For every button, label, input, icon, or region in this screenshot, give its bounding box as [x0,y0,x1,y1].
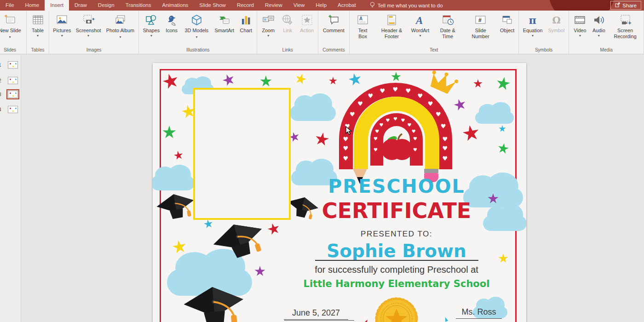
svg-text:A: A [415,15,423,26]
action-icon [300,13,314,27]
certificate-subtitle[interactable]: for successfully completing Preschool at [240,264,526,275]
video-button[interactable]: Video▾ [570,12,589,38]
wordart-button[interactable]: AWordArt▾ [408,12,431,38]
chevron-down-icon: ▾ [579,34,581,38]
new-slide-icon [3,13,17,27]
tab-acrobat[interactable]: Acrobat [332,0,362,11]
ribbon-group-illustrations: Shapes▾Icons3D Models ▾SmartArtChartIllu… [139,11,257,54]
smartart-button[interactable]: SmartArt [212,12,236,34]
ribbon-button-label: Video [574,28,586,34]
slide-number-label: 3 [0,92,3,97]
tab-slide-show[interactable]: Slide Show [194,0,231,11]
ribbon-button-label: Icons [166,28,178,34]
share-button[interactable]: Share [610,1,641,10]
ribbon-group-links: Zoom▾LinkActionLinks [257,11,318,54]
3d-models-button[interactable]: 3D Models ▾ [181,12,213,39]
tab-help[interactable]: Help [310,0,332,11]
slide-number-label: 1 [0,63,3,68]
heart-icon: ♥ [413,137,417,141]
lightbulb-icon [370,2,375,9]
cloud-decoration [290,92,336,121]
tab-insert[interactable]: Insert [45,0,69,11]
comment-button[interactable]: Comment [320,12,347,34]
slide-thumbnail-3[interactable]: 3 [0,91,21,100]
ribbon-group-label: Tables [29,46,47,54]
date-signature-line [284,320,354,321]
presented-to-label[interactable]: PRESENTED TO: [240,230,526,239]
object-button[interactable]: Object [498,12,517,34]
tab-review[interactable]: Review [259,0,288,11]
zoom-icon [261,13,275,27]
icons-button[interactable]: Icons [162,12,181,34]
new-slide-button[interactable]: New Slide ▾ [0,12,25,39]
slide-thumbnail-1[interactable]: 1 [0,61,21,70]
heart-icon: ♥ [343,145,349,151]
decorative-circle [548,0,615,11]
symbol-icon: Ω [549,13,563,27]
certificate-title-certificate[interactable]: CERTIFICATE [243,198,526,223]
heart-icon: ♥ [368,93,374,99]
header-footer-button[interactable]: Header & Footer [375,12,409,39]
school-name-text[interactable]: Little Harmony Elementary School [240,278,526,289]
text-box-button[interactable]: AText Box [351,12,375,39]
shapes-button[interactable]: Shapes▾ [140,12,162,38]
share-icon [615,2,620,8]
zoom-button[interactable]: Zoom▾ [259,12,278,38]
cloud-decoration [475,102,514,124]
tab-transitions[interactable]: Transitions [120,0,157,11]
ribbon-group-label: Links [280,46,296,54]
screen-recording-button[interactable]: Screen Recording [608,12,642,39]
heart-icon: ♥ [441,123,446,129]
table-button[interactable]: Table▾ [28,12,47,38]
date-time-button[interactable]: Date & Time [431,12,463,39]
slide-thumbnail-image [8,61,18,69]
icons-icon [165,13,178,27]
slide-thumbnail-4[interactable]: 4 [0,106,21,115]
equation-button[interactable]: πEquation▾ [520,12,546,38]
heart-icon: ♥ [418,93,423,99]
ribbon-group-text: AText BoxHeader & FooterAWordArt▾Date & … [350,11,519,54]
ribbon-button-label: Audio [592,28,605,34]
pictures-button[interactable]: Pictures▾ [51,12,74,38]
ribbon-button-label: Zoom [262,28,275,34]
tab-file[interactable]: File [0,0,20,11]
svg-text:π: π [529,14,536,26]
tab-animations[interactable]: Animations [156,0,194,11]
audio-button[interactable]: Audio▾ [589,12,608,38]
screenshot-button[interactable]: Screenshot▾ [74,12,104,38]
ribbon-group-label: Slides [1,46,19,54]
heart-icon: ♥ [443,155,448,161]
student-name-text[interactable]: Sophie Brown [240,241,526,261]
tab-design[interactable]: Design [92,0,120,11]
ribbon: New Slide ▾SlidesTable▾TablesPictures▾Sc… [0,11,644,54]
powerpoint-window: FileHomeInsertDrawDesignTransitionsAnima… [0,0,644,322]
teacher-name-text[interactable]: Ms. Ross [456,307,502,319]
ribbon-button-label: Photo Album ▾ [106,28,134,39]
date-text[interactable]: June 5, 2027 [284,308,348,320]
heart-icon: ♥ [357,101,363,107]
ribbon-button-label: Object [500,28,514,34]
datetime-icon [441,13,454,27]
slide-number-label: 4 [0,107,3,112]
3d-models-icon [190,13,203,27]
tab-draw[interactable]: Draw [69,0,92,11]
chart-button[interactable]: Chart [236,12,255,34]
tell-me-box[interactable]: Tell me what you want to do [366,0,447,11]
ribbon-button-label: New Slide ▾ [0,28,22,39]
heart-icon: ♥ [350,111,355,117]
header-footer-icon [385,13,399,27]
photo-album-button[interactable]: Photo Album ▾ [103,12,137,39]
slide-canvas[interactable]: ♥♥♥♥♥♥♥♥♥♥♥♥♥♥♥♥♥♥♥♥♥♥♥♥♥♥♥♥ PRESCHOOL C… [153,63,526,322]
graduation-cap-decoration [181,283,247,322]
slide-number-button[interactable]: #Slide Number [464,12,498,39]
certificate-title-preschool[interactable]: PRESCHOOL [240,175,526,197]
title-bar: FileHomeInsertDrawDesignTransitionsAnima… [0,0,644,11]
tab-home[interactable]: Home [20,0,45,11]
tab-record[interactable]: Record [231,0,259,11]
slide-thumbnail-2[interactable]: 2 [0,77,21,86]
heart-icon: ♥ [401,118,405,123]
svg-text:A: A [359,16,362,21]
tab-view[interactable]: View [288,0,310,11]
pictures-icon [55,13,69,27]
ribbon-button-label: Pictures [53,28,71,34]
